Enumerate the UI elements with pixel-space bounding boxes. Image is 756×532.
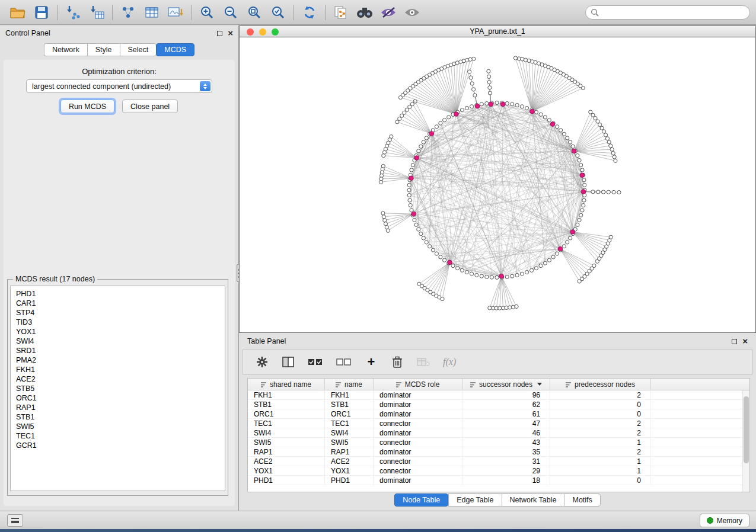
- table-cell[interactable]: FKH1: [248, 390, 325, 399]
- tab-network-table[interactable]: Network Table: [502, 493, 564, 507]
- tab-select[interactable]: Select: [120, 43, 157, 56]
- table-cell[interactable]: dominator: [374, 400, 462, 409]
- task-history-button[interactable]: [7, 514, 23, 527]
- tab-style[interactable]: Style: [87, 43, 120, 56]
- criterion-select[interactable]: largest connected component (undirected): [26, 79, 212, 93]
- table-cell[interactable]: 61: [462, 409, 550, 418]
- table-cell[interactable]: dominator: [374, 409, 462, 418]
- table-cell[interactable]: STB1: [325, 400, 374, 409]
- mcds-result-item[interactable]: STP4: [16, 308, 219, 318]
- table-settings-button[interactable]: [256, 355, 269, 369]
- select-all-rows-button[interactable]: [308, 355, 323, 369]
- mcds-result-item[interactable]: STB5: [16, 384, 219, 393]
- mcds-result-item[interactable]: PHD1: [16, 289, 219, 299]
- mcds-result-item[interactable]: TEC1: [16, 431, 219, 441]
- table-row[interactable]: STB1STB1dominator620: [248, 400, 749, 409]
- table-cell[interactable]: RAP1: [248, 447, 325, 456]
- show-details-button[interactable]: [400, 3, 424, 22]
- new-network-button[interactable]: [116, 3, 140, 22]
- table-cell[interactable]: connector: [374, 419, 462, 428]
- table-cell[interactable]: 2: [550, 419, 651, 428]
- column-header-mcds-role[interactable]: MCDS role: [374, 379, 462, 390]
- mcds-result-item[interactable]: PMA2: [16, 355, 219, 365]
- table-cell[interactable]: connector: [374, 457, 462, 466]
- zoom-fit-button[interactable]: [243, 3, 266, 22]
- table-cell[interactable]: SWI4: [325, 428, 374, 437]
- table-cell[interactable]: 1: [550, 466, 651, 475]
- table-cell[interactable]: SWI4: [248, 428, 325, 437]
- table-cell[interactable]: 0: [550, 400, 651, 409]
- table-cell[interactable]: dominator: [374, 476, 462, 485]
- table-cell[interactable]: YOX1: [325, 466, 374, 475]
- table-row[interactable]: SWI5SWI5connector431: [248, 438, 749, 447]
- table-row[interactable]: FKH1FKH1dominator962: [248, 390, 749, 400]
- deselect-all-rows-button[interactable]: [336, 355, 352, 369]
- open-file-button[interactable]: [6, 3, 30, 22]
- mcds-result-item[interactable]: TID3: [16, 318, 219, 327]
- new-table-button[interactable]: [140, 3, 164, 22]
- hide-details-button[interactable]: [377, 3, 400, 22]
- close-table-panel-icon[interactable]: ×: [742, 338, 748, 344]
- table-cell[interactable]: 1: [550, 457, 651, 466]
- column-header-shared-name[interactable]: shared name: [248, 379, 325, 390]
- minimize-window-icon[interactable]: [259, 28, 266, 36]
- table-cell[interactable]: dominator: [374, 447, 462, 456]
- mcds-result-item[interactable]: SWI5: [16, 422, 219, 431]
- tab-network[interactable]: Network: [44, 43, 87, 56]
- table-cell[interactable]: dominator: [374, 428, 462, 437]
- close-window-icon[interactable]: [247, 28, 254, 36]
- table-cell[interactable]: 2: [550, 428, 651, 437]
- function-builder-button[interactable]: f(x): [443, 355, 456, 369]
- mcds-result-list[interactable]: PHD1CAR1STP4TID3YOX1SWI4SRD1PMA2FKH1ACE2…: [10, 286, 225, 491]
- mcds-result-item[interactable]: ORC1: [16, 393, 219, 403]
- table-cell[interactable]: SWI5: [325, 438, 374, 447]
- search-network-button[interactable]: [353, 3, 377, 22]
- table-cell[interactable]: 46: [462, 428, 550, 437]
- table-cell[interactable]: PHD1: [248, 476, 325, 485]
- table-row[interactable]: YOX1YOX1connector291: [248, 466, 749, 476]
- table-cell[interactable]: ORC1: [248, 409, 325, 418]
- mcds-result-item[interactable]: RAP1: [16, 403, 219, 412]
- table-cell[interactable]: YOX1: [248, 466, 325, 475]
- table-row[interactable]: TEC1TEC1connector472: [248, 419, 749, 428]
- table-cell[interactable]: 29: [462, 466, 550, 475]
- table-cell[interactable]: 47: [462, 419, 550, 428]
- refresh-view-button[interactable]: [298, 3, 321, 22]
- clone-network-button[interactable]: [329, 3, 353, 22]
- import-network-button[interactable]: [61, 3, 85, 22]
- mcds-result-item[interactable]: SRD1: [16, 346, 219, 355]
- table-cell[interactable]: SWI5: [248, 438, 325, 447]
- table-cell[interactable]: connector: [374, 438, 462, 447]
- table-cell[interactable]: TEC1: [248, 419, 325, 428]
- table-cell[interactable]: 2: [550, 390, 651, 399]
- mcds-result-item[interactable]: YOX1: [16, 327, 219, 336]
- zoom-in-button[interactable]: [195, 3, 219, 22]
- table-cell[interactable]: FKH1: [325, 390, 374, 399]
- table-cell[interactable]: 35: [462, 447, 550, 456]
- save-session-button[interactable]: [30, 3, 53, 22]
- table-cell[interactable]: PHD1: [325, 476, 374, 485]
- close-panel-button[interactable]: Close panel: [122, 100, 178, 113]
- delete-column-button[interactable]: [391, 355, 404, 369]
- mcds-result-item[interactable]: ACE2: [16, 374, 219, 384]
- mcds-result-item[interactable]: CAR1: [16, 299, 219, 308]
- table-cell[interactable]: 96: [462, 390, 550, 399]
- dropdown-stepper-icon[interactable]: [200, 81, 210, 91]
- table-cell[interactable]: 2: [550, 447, 651, 456]
- column-header-name[interactable]: name: [325, 379, 374, 390]
- network-canvas[interactable]: [240, 38, 755, 332]
- zoom-out-button[interactable]: [219, 3, 243, 22]
- tab-motifs[interactable]: Motifs: [564, 493, 600, 507]
- toolbar-search-field[interactable]: [585, 5, 750, 20]
- table-cell[interactable]: 62: [462, 400, 550, 409]
- add-column-button[interactable]: +: [365, 355, 378, 369]
- export-image-button[interactable]: [164, 3, 187, 22]
- table-cell[interactable]: ORC1: [325, 409, 374, 418]
- show-columns-button[interactable]: [282, 355, 295, 369]
- table-cell[interactable]: connector: [374, 466, 462, 475]
- table-row[interactable]: PHD1PHD1dominator180: [248, 476, 749, 485]
- scrollbar-thumb[interactable]: [744, 396, 749, 463]
- run-mcds-button[interactable]: Run MCDS: [60, 100, 114, 113]
- column-header-predecessor-nodes[interactable]: predecessor nodes: [550, 379, 651, 390]
- table-cell[interactable]: ACE2: [325, 457, 374, 466]
